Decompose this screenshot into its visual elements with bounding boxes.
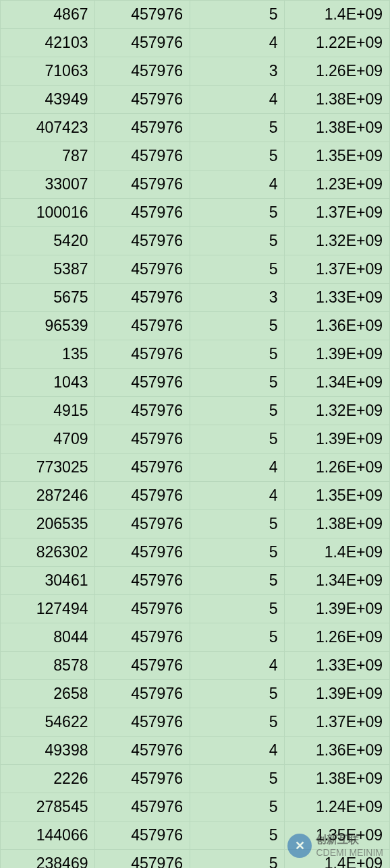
cell[interactable]: 457976 bbox=[95, 340, 190, 369]
cell[interactable]: 5 bbox=[190, 793, 284, 822]
cell[interactable]: 5 bbox=[190, 538, 284, 567]
cell[interactable]: 457976 bbox=[95, 708, 190, 737]
cell[interactable]: 1.4E+09 bbox=[285, 1, 390, 29]
cell[interactable]: 4 bbox=[190, 170, 284, 199]
cell[interactable]: 457976 bbox=[95, 737, 190, 765]
cell[interactable]: 5420 bbox=[1, 227, 95, 255]
cell[interactable]: 5 bbox=[190, 142, 284, 170]
cell[interactable]: 127494 bbox=[1, 595, 95, 623]
cell[interactable]: 3 bbox=[190, 57, 284, 86]
cell[interactable]: 2658 bbox=[1, 680, 95, 708]
cell[interactable]: 457976 bbox=[95, 1, 190, 29]
cell[interactable]: 1.35E+09 bbox=[285, 482, 390, 510]
cell[interactable]: 1.34E+09 bbox=[285, 567, 390, 595]
cell[interactable]: 5 bbox=[190, 312, 284, 340]
cell[interactable]: 5387 bbox=[1, 255, 95, 284]
cell[interactable]: 457976 bbox=[95, 57, 190, 86]
cell[interactable]: 4709 bbox=[1, 425, 95, 454]
cell[interactable]: 4 bbox=[190, 29, 284, 57]
cell[interactable]: 1.35E+09 bbox=[285, 142, 390, 170]
cell[interactable]: 4 bbox=[190, 652, 284, 680]
cell[interactable]: 457976 bbox=[95, 623, 190, 652]
cell[interactable]: 1.38E+09 bbox=[285, 765, 390, 793]
cell[interactable]: 1.32E+09 bbox=[285, 227, 390, 255]
cell[interactable]: 1.34E+09 bbox=[285, 369, 390, 397]
cell[interactable]: 5 bbox=[190, 680, 284, 708]
cell[interactable]: 457976 bbox=[95, 312, 190, 340]
cell[interactable]: 1.38E+09 bbox=[285, 86, 390, 114]
cell[interactable]: 4915 bbox=[1, 397, 95, 425]
cell[interactable]: 4 bbox=[190, 482, 284, 510]
cell[interactable]: 100016 bbox=[1, 199, 95, 227]
cell[interactable]: 5 bbox=[190, 114, 284, 142]
cell[interactable]: 238469 bbox=[1, 850, 95, 869]
cell[interactable]: 206535 bbox=[1, 510, 95, 538]
cell[interactable]: 5 bbox=[190, 425, 284, 454]
cell[interactable]: 457976 bbox=[95, 765, 190, 793]
cell[interactable]: 1043 bbox=[1, 369, 95, 397]
cell[interactable]: 5 bbox=[190, 369, 284, 397]
cell[interactable]: 1.39E+09 bbox=[285, 340, 390, 369]
cell[interactable]: 457976 bbox=[95, 482, 190, 510]
cell[interactable]: 1.33E+09 bbox=[285, 652, 390, 680]
cell[interactable]: 54622 bbox=[1, 708, 95, 737]
cell[interactable]: 5 bbox=[190, 255, 284, 284]
cell[interactable]: 71063 bbox=[1, 57, 95, 86]
cell[interactable]: 2226 bbox=[1, 765, 95, 793]
cell[interactable]: 5 bbox=[190, 708, 284, 737]
cell[interactable]: 457976 bbox=[95, 114, 190, 142]
cell[interactable]: 4867 bbox=[1, 1, 95, 29]
cell[interactable]: 457976 bbox=[95, 199, 190, 227]
cell[interactable]: 1.26E+09 bbox=[285, 454, 390, 482]
cell[interactable]: 278545 bbox=[1, 793, 95, 822]
cell[interactable]: 5 bbox=[190, 623, 284, 652]
cell[interactable]: 457976 bbox=[95, 170, 190, 199]
cell[interactable]: 4 bbox=[190, 737, 284, 765]
cell[interactable]: 1.22E+09 bbox=[285, 29, 390, 57]
cell[interactable]: 1.33E+09 bbox=[285, 284, 390, 312]
cell[interactable]: 787 bbox=[1, 142, 95, 170]
cell[interactable]: 8578 bbox=[1, 652, 95, 680]
cell[interactable]: 5 bbox=[190, 1, 284, 29]
cell[interactable]: 4 bbox=[190, 454, 284, 482]
cell[interactable]: 1.39E+09 bbox=[285, 680, 390, 708]
cell[interactable]: 144066 bbox=[1, 822, 95, 850]
cell[interactable]: 457976 bbox=[95, 652, 190, 680]
cell[interactable]: 457976 bbox=[95, 425, 190, 454]
cell[interactable]: 3 bbox=[190, 284, 284, 312]
cell[interactable]: 30461 bbox=[1, 567, 95, 595]
cell[interactable]: 5 bbox=[190, 340, 284, 369]
cell[interactable]: 5 bbox=[190, 567, 284, 595]
cell[interactable]: 826302 bbox=[1, 538, 95, 567]
cell[interactable]: 1.32E+09 bbox=[285, 397, 390, 425]
cell[interactable]: 1.38E+09 bbox=[285, 510, 390, 538]
cell[interactable]: 5 bbox=[190, 199, 284, 227]
cell[interactable]: 457976 bbox=[95, 680, 190, 708]
cell[interactable]: 1.37E+09 bbox=[285, 199, 390, 227]
cell[interactable]: 457976 bbox=[95, 595, 190, 623]
cell[interactable]: 5 bbox=[190, 765, 284, 793]
cell[interactable]: 457976 bbox=[95, 567, 190, 595]
cell[interactable]: 1.39E+09 bbox=[285, 595, 390, 623]
cell[interactable]: 33007 bbox=[1, 170, 95, 199]
cell[interactable]: 457976 bbox=[95, 255, 190, 284]
cell[interactable]: 457976 bbox=[95, 29, 190, 57]
cell[interactable]: 457976 bbox=[95, 822, 190, 850]
cell[interactable]: 457976 bbox=[95, 793, 190, 822]
cell[interactable]: 1.23E+09 bbox=[285, 170, 390, 199]
cell[interactable]: 773025 bbox=[1, 454, 95, 482]
cell[interactable]: 42103 bbox=[1, 29, 95, 57]
cell[interactable]: 457976 bbox=[95, 227, 190, 255]
cell[interactable]: 457976 bbox=[95, 454, 190, 482]
cell[interactable]: 135 bbox=[1, 340, 95, 369]
cell[interactable]: 5 bbox=[190, 822, 284, 850]
cell[interactable]: 1.39E+09 bbox=[285, 425, 390, 454]
cell[interactable]: 457976 bbox=[95, 510, 190, 538]
cell[interactable]: 407423 bbox=[1, 114, 95, 142]
cell[interactable]: 457976 bbox=[95, 397, 190, 425]
cell[interactable]: 287246 bbox=[1, 482, 95, 510]
cell[interactable]: 8044 bbox=[1, 623, 95, 652]
cell[interactable]: 5 bbox=[190, 510, 284, 538]
cell[interactable]: 5675 bbox=[1, 284, 95, 312]
cell[interactable]: 1.37E+09 bbox=[285, 255, 390, 284]
